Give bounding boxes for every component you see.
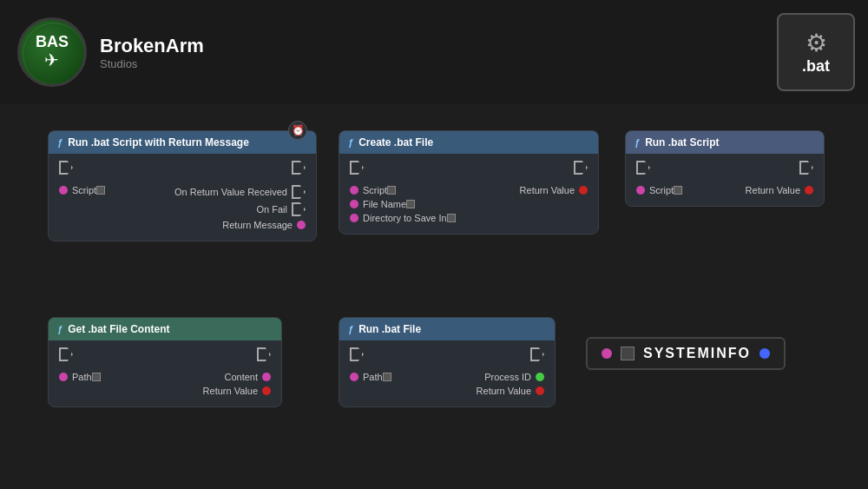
node-create-bat-header: ƒ Create .bat File bbox=[339, 131, 598, 154]
return-message-label: Return Message bbox=[222, 220, 293, 230]
path-pin-row-2: Path bbox=[350, 372, 395, 382]
sysinfo-square bbox=[621, 347, 635, 360]
node-run-bat-file-header: ƒ Run .bat File bbox=[339, 318, 555, 340]
node-get-bat-content-body: Path Content Return Value bbox=[49, 340, 281, 406]
script-pin-square bbox=[96, 186, 105, 195]
path-circle-2 bbox=[350, 373, 358, 381]
node-run-bat-script-title: Run .bat Script bbox=[645, 136, 719, 149]
filename-label: File Name bbox=[363, 199, 406, 209]
return-value-label: Return Value bbox=[520, 185, 575, 195]
node-run-bat-return-title: Run .bat Script with Return Message bbox=[68, 136, 249, 149]
function-icon-2: ƒ bbox=[348, 137, 353, 148]
sysinfo-pin-right bbox=[760, 348, 770, 359]
return-value-pin-row-2: Return Value bbox=[746, 185, 813, 195]
logo-bas-text: BAS bbox=[36, 34, 69, 50]
directory-pin-row: Directory to Save In bbox=[350, 213, 459, 223]
script-pin-row-3: Script bbox=[636, 185, 686, 195]
exec-pin-in-5[interactable] bbox=[350, 347, 364, 361]
directory-square bbox=[447, 214, 456, 222]
exec-pin-out-3[interactable] bbox=[799, 161, 813, 175]
node-run-bat-file-title: Run .bat File bbox=[358, 323, 421, 335]
return-value-pin-2 bbox=[805, 186, 813, 195]
return-value-pin-4 bbox=[536, 387, 544, 395]
brand-name: BrokenArm Studios bbox=[100, 35, 204, 70]
node-run-bat-script-header: ƒ Run .bat Script bbox=[626, 131, 824, 154]
node-create-bat: ƒ Create .bat File Script File Name bbox=[339, 130, 599, 235]
on-return-exec-pin[interactable] bbox=[292, 185, 306, 199]
path-square-2 bbox=[383, 373, 391, 381]
exec-row-4 bbox=[59, 347, 271, 361]
exec-pin-in-4[interactable] bbox=[59, 347, 73, 361]
process-id-pin bbox=[536, 373, 544, 381]
exec-row bbox=[59, 161, 306, 175]
on-fail-label: On Fail bbox=[257, 204, 287, 215]
node-run-bat-return-body: Script On Return Value Received On Fail … bbox=[49, 154, 316, 241]
filename-circle bbox=[350, 200, 358, 208]
return-value-pin-row-3: Return Value bbox=[203, 386, 271, 396]
on-fail-pin-row: On Fail bbox=[174, 202, 306, 216]
script-label-2: Script bbox=[363, 185, 387, 195]
function-icon-5: ƒ bbox=[348, 324, 353, 334]
node-run-bat-file: ƒ Run .bat File Path Process ID bbox=[339, 317, 556, 407]
exec-row-2 bbox=[350, 161, 588, 175]
brand-subtitle: Studios bbox=[100, 57, 204, 70]
on-return-label: On Return Value Received bbox=[174, 187, 287, 197]
content-label: Content bbox=[224, 372, 258, 382]
node-get-bat-content-header: ƒ Get .bat File Content bbox=[49, 318, 281, 340]
script-pin-row: Script bbox=[59, 185, 108, 195]
exec-pin-in-3[interactable] bbox=[636, 161, 650, 175]
return-value-label-3: Return Value bbox=[203, 386, 258, 396]
bat-logo: ⚙ .bat bbox=[777, 13, 855, 91]
return-value-label-4: Return Value bbox=[477, 386, 531, 396]
brand-title: BrokenArm bbox=[100, 35, 204, 57]
on-fail-exec-pin[interactable] bbox=[292, 202, 306, 216]
exec-pin-out-2[interactable] bbox=[574, 161, 588, 175]
return-value-pin bbox=[579, 186, 588, 195]
script-pin-row-2: Script bbox=[350, 185, 459, 195]
return-value-pin-row-4: Return Value bbox=[477, 386, 544, 396]
process-id-label: Process ID bbox=[484, 372, 531, 382]
sysinfo-pin-left bbox=[602, 348, 612, 359]
on-return-pin-row: On Return Value Received bbox=[174, 185, 306, 199]
process-id-pin-row: Process ID bbox=[477, 372, 544, 382]
exec-pin-out[interactable] bbox=[292, 161, 306, 175]
exec-pin-in[interactable] bbox=[59, 161, 73, 175]
systeminfo-widget[interactable]: SYSTEMINFO bbox=[586, 337, 786, 370]
exec-pin-out-4[interactable] bbox=[257, 347, 271, 361]
path-label: Path bbox=[72, 372, 92, 382]
node-get-bat-content-title: Get .bat File Content bbox=[68, 323, 169, 335]
logo-circle: BAS ✈ bbox=[17, 17, 87, 87]
node-run-bat-file-body: Path Process ID Return Value bbox=[339, 340, 555, 406]
header: BAS ✈ BrokenArm Studios bbox=[0, 0, 868, 104]
return-message-pin-row: Return Message bbox=[174, 220, 306, 230]
script-square-3 bbox=[674, 186, 682, 195]
directory-label: Directory to Save In bbox=[363, 213, 447, 223]
content-pin bbox=[262, 373, 271, 381]
exec-pin-in-2[interactable] bbox=[350, 161, 364, 175]
return-value-pin-3 bbox=[262, 387, 271, 395]
function-icon-3: ƒ bbox=[635, 137, 640, 148]
node-run-bat-return: ⏰ ƒ Run .bat Script with Return Message … bbox=[48, 130, 317, 241]
script-circle-3 bbox=[636, 186, 645, 195]
node-get-bat-content: ƒ Get .bat File Content Path Conten bbox=[48, 317, 282, 407]
path-pin-row: Path bbox=[59, 372, 104, 382]
path-circle bbox=[59, 373, 68, 381]
filename-pin-row: File Name bbox=[350, 199, 459, 209]
script-pin-label: Script bbox=[72, 185, 96, 195]
script-square-2 bbox=[387, 186, 396, 195]
exec-row-3 bbox=[636, 161, 813, 175]
exec-pin-out-5[interactable] bbox=[530, 347, 544, 361]
gear-icon: ⚙ bbox=[806, 29, 827, 57]
script-circle-2 bbox=[350, 186, 358, 195]
exec-row-5 bbox=[350, 347, 544, 361]
path-label-2: Path bbox=[363, 372, 383, 382]
node-run-bat-script: ƒ Run .bat Script Script Return Value bbox=[625, 130, 825, 207]
logo-icon: ✈ bbox=[44, 50, 59, 70]
function-icon-4: ƒ bbox=[57, 324, 62, 334]
return-message-pin bbox=[297, 221, 306, 229]
node-create-bat-body: Script File Name Directory to Save In bbox=[339, 154, 598, 234]
canvas: ⏰ ƒ Run .bat Script with Return Message … bbox=[0, 104, 868, 489]
node-run-bat-script-body: Script Return Value bbox=[626, 154, 824, 206]
clock-icon: ⏰ bbox=[288, 121, 307, 140]
content-pin-row: Content bbox=[203, 372, 271, 382]
